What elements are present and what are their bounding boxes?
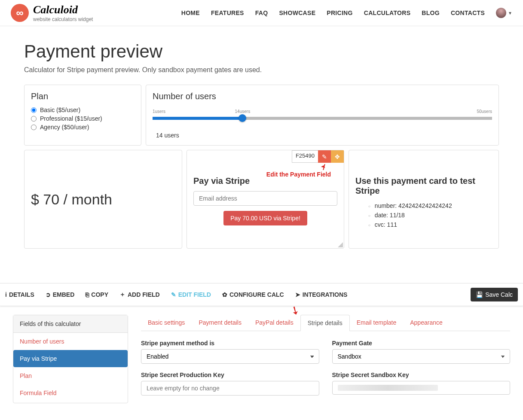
pencil-icon: ✎ (171, 291, 176, 298)
slider-max-label: 50users (477, 109, 492, 114)
tab-stripe[interactable]: ➘Stripe details (300, 315, 350, 331)
plan-option-agency[interactable]: Agency ($50/user) (31, 124, 135, 131)
tab-paypal[interactable]: PayPal details (248, 315, 300, 331)
plan-option-basic[interactable]: Basic ($5/user) (31, 107, 135, 113)
stripe-card: F25490 ✎ ✥ Edit the Payment Field Pay vi… (187, 150, 344, 249)
slider-track[interactable] (153, 117, 492, 120)
plan-radio-professional[interactable] (31, 116, 37, 122)
caret-down-icon: ▼ (508, 11, 512, 15)
test-card-cvc: cvc: 111 (368, 220, 492, 229)
prod-key-label: Stripe Secret Production Key (141, 371, 319, 378)
field-item-stripe[interactable]: Pay via Stripe (13, 350, 128, 367)
plan-radio-basic[interactable] (31, 107, 37, 113)
tab-email[interactable]: Email template (350, 315, 404, 331)
header: ∞ Calculoid website calculators widget H… (0, 0, 523, 26)
brand-tagline: website calculators widget (33, 16, 93, 22)
cursor-icon: ➤ (295, 291, 300, 298)
save-icon: 💾 (476, 291, 483, 298)
gear-icon: ✿ (222, 291, 227, 298)
users-value-text: 14 users (153, 132, 492, 139)
nav-showcase[interactable]: SHOWCASE (279, 9, 315, 16)
brand-name: Calculoid (33, 3, 93, 16)
pay-button[interactable]: Pay 70.00 USD via Stripe! (223, 211, 307, 225)
method-select[interactable]: Enabled (141, 349, 319, 364)
page-title: Payment preview (24, 41, 499, 62)
avatar-icon (496, 8, 506, 18)
move-field-button[interactable]: ✥ (331, 150, 344, 163)
gate-select[interactable]: Sandbox (332, 349, 511, 364)
field-item-formula[interactable]: Formula Field (13, 384, 128, 402)
price-text: $ 70 / month (31, 191, 112, 208)
plan-option-professional[interactable]: Professional ($15/user) (31, 115, 135, 122)
tabs-row: Basic settings Payment details PayPal de… (141, 315, 510, 331)
fields-panel: Fields of this calculator Number of user… (13, 315, 128, 403)
tool-embed[interactable]: ➲EMBED (46, 291, 75, 298)
slider-current-label: 14users (235, 109, 251, 114)
nav-calculators[interactable]: CALCULATORS (364, 9, 411, 16)
plus-icon: ＋ (119, 291, 125, 298)
save-calc-button[interactable]: 💾Save Calc (471, 288, 518, 301)
tool-copy[interactable]: ⎘COPY (86, 291, 108, 298)
plan-radio-agency[interactable] (31, 125, 37, 130)
nav-blog[interactable]: BLOG (422, 9, 440, 16)
nav-features[interactable]: FEATURES (211, 9, 244, 16)
tool-configure[interactable]: ✿CONFIGURE CALC (222, 291, 284, 298)
resize-handle-icon[interactable] (338, 242, 343, 247)
tool-add-field[interactable]: ＋ADD FIELD (119, 291, 160, 298)
users-card: Number of users 1users 14users 50users 1… (146, 85, 499, 146)
field-item-users[interactable]: Number of users (13, 333, 128, 350)
method-label: Stripe payment method is (141, 340, 319, 347)
form-area: Basic settings Payment details PayPal de… (141, 315, 510, 403)
main-nav: HOME FEATURES FAQ SHOWCASE PRICING CALCU… (181, 8, 512, 18)
field-header: F25490 ✎ ✥ (292, 150, 344, 163)
tab-basic[interactable]: Basic settings (141, 315, 192, 331)
plan-card: Plan Basic ($5/user) Professional ($15/u… (24, 85, 141, 146)
user-menu[interactable]: ▼ (496, 8, 512, 18)
nav-pricing[interactable]: PRICING (327, 9, 352, 16)
sandbox-key-input[interactable] (332, 381, 511, 395)
edit-field-button[interactable]: ✎ (318, 150, 331, 163)
users-slider[interactable]: 1users 14users 50users (153, 109, 492, 120)
test-card: Use this payment card to test Stripe num… (349, 150, 499, 249)
tool-details[interactable]: iDETAILS (5, 291, 34, 298)
nav-contacts[interactable]: CONTACTS (451, 9, 485, 16)
prod-key-input[interactable] (141, 381, 319, 396)
page-subtitle: Calculator for Stripe payment preview. O… (24, 66, 499, 74)
field-item-plan[interactable]: Plan (13, 367, 128, 384)
copy-icon: ⎘ (86, 291, 89, 298)
nav-home[interactable]: HOME (181, 9, 200, 16)
editor-toolbar: iDETAILS ➲EMBED ⎘COPY ＋ADD FIELD ✎EDIT F… (0, 283, 523, 306)
tab-appearance[interactable]: Appearance (403, 315, 450, 331)
tool-edit-field[interactable]: ✎EDIT FIELD (171, 291, 211, 298)
price-card: $ 70 / month (24, 150, 182, 249)
login-icon: ➲ (46, 291, 51, 298)
gate-label: Payment Gate (332, 340, 511, 347)
users-title: Number of users (153, 91, 492, 101)
blurred-value (338, 385, 438, 391)
email-input[interactable] (193, 191, 337, 206)
nav-faq[interactable]: FAQ (255, 9, 268, 16)
test-card-title: Use this payment card to test Stripe (355, 176, 492, 196)
test-card-number: number: 4242424242424242 (368, 201, 492, 210)
info-icon: i (5, 291, 7, 298)
plan-title: Plan (31, 91, 135, 101)
tab-payment[interactable]: Payment details (192, 315, 248, 331)
move-icon: ✥ (335, 153, 340, 160)
pencil-icon: ✎ (322, 153, 327, 160)
tool-integrations[interactable]: ➤INTEGRATIONS (295, 291, 348, 298)
fields-panel-title: Fields of this calculator (13, 315, 128, 333)
slider-thumb[interactable] (239, 114, 246, 122)
slider-fill (153, 117, 242, 120)
field-id-badge: F25490 (292, 150, 318, 163)
edit-annotation: Edit the Payment Field (266, 171, 331, 178)
logo-icon: ∞ (11, 4, 29, 22)
test-card-date: date: 11/18 (368, 210, 492, 220)
sandbox-key-label: Stripe Secret Sandbox Key (332, 371, 511, 378)
slider-min-label: 1users (153, 109, 165, 114)
logo[interactable]: ∞ Calculoid website calculators widget (11, 3, 93, 22)
